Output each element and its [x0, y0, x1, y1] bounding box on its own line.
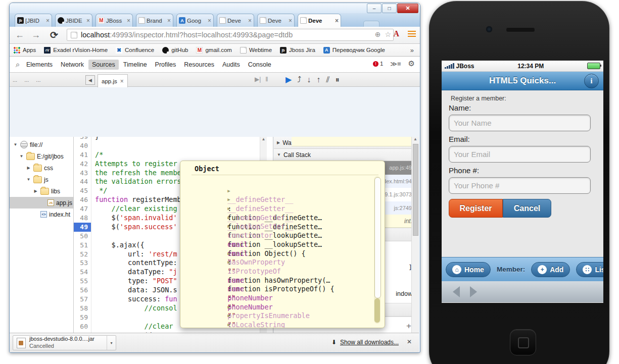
- line-number[interactable]: 54: [74, 268, 91, 277]
- devtools-tab[interactable]: Timeline: [120, 60, 151, 70]
- line-number[interactable]: 44: [74, 177, 91, 186]
- back-arrow-icon[interactable]: [453, 286, 460, 297]
- devtools-tab[interactable]: Sources: [88, 60, 119, 70]
- line-number[interactable]: 47: [74, 204, 91, 214]
- disclosure-triangle-icon[interactable]: ▶: [33, 189, 38, 193]
- console-drawer-icon[interactable]: ≫≡: [390, 60, 401, 68]
- close-tab-icon[interactable]: ×: [167, 17, 171, 24]
- browser-tab[interactable]: Goog ×: [176, 14, 214, 27]
- breadcrumb-item[interactable]: ...: [24, 77, 29, 83]
- line-number[interactable]: 40: [74, 141, 91, 150]
- download-item[interactable]: jboss-devstudio-8.0.0....jar Cancelled ▾: [13, 335, 116, 350]
- line-number[interactable]: 41: [74, 150, 91, 160]
- file-tree-row[interactable]: ▶ libs: [10, 185, 73, 197]
- home-button-hardware[interactable]: [510, 329, 536, 355]
- debugger-button[interactable]: ↓: [307, 76, 311, 84]
- close-tab-icon[interactable]: ×: [248, 17, 252, 24]
- reload-icon[interactable]: ⟳: [48, 29, 60, 41]
- close-tab-icon[interactable]: ×: [289, 17, 292, 24]
- bookmark-item[interactable]: Confluence: [116, 47, 154, 54]
- editor-action-icon[interactable]: ▶|: [255, 76, 261, 83]
- line-number[interactable]: 50: [74, 232, 91, 241]
- browser-tab[interactable]: Deve ×: [257, 14, 295, 27]
- bookmark-item[interactable]: Apps: [14, 47, 36, 54]
- bookmarks-overflow-icon[interactable]: »: [410, 46, 414, 54]
- font-size-extension-icon[interactable]: A: [393, 29, 399, 38]
- file-tree-row[interactable]: ▼ file://: [10, 139, 73, 150]
- disclosure-triangle-icon[interactable]: ▼: [13, 142, 18, 147]
- download-menu-icon[interactable]: ▾: [107, 336, 116, 350]
- close-window-button[interactable]: ✕: [397, 4, 418, 13]
- register-button[interactable]: Register: [449, 199, 503, 218]
- line-number[interactable]: 58: [74, 304, 91, 313]
- file-tree-row[interactable]: index.ht: [10, 209, 73, 220]
- cancel-button[interactable]: Cancel: [503, 199, 551, 218]
- scrollbar-thumb[interactable]: [413, 144, 418, 236]
- breadcrumb-item[interactable]: ...: [13, 77, 17, 83]
- home-button[interactable]: ⌂ Home: [446, 262, 491, 277]
- devtools-tab[interactable]: Profiles: [152, 60, 180, 70]
- line-number[interactable]: 49: [74, 223, 91, 232]
- line-number[interactable]: 48: [74, 214, 91, 223]
- disclosure-triangle-icon[interactable]: [227, 267, 234, 276]
- file-tree-row[interactable]: ▶ css: [10, 162, 73, 174]
- chrome-menu-icon[interactable]: [408, 29, 416, 38]
- address-bar[interactable]: localhost:49993/inspector.html?host=loca…: [67, 29, 394, 41]
- disclosure-triangle-icon[interactable]: ▼: [277, 152, 281, 157]
- line-number[interactable]: 45: [74, 186, 91, 195]
- disclosure-triangle-icon[interactable]: ▶: [277, 140, 280, 145]
- minimize-button[interactable]: –: [367, 4, 382, 13]
- page-info-icon[interactable]: [71, 32, 77, 38]
- forward-arrow-icon[interactable]: [470, 286, 477, 297]
- popover-scrollbar[interactable]: [374, 176, 380, 324]
- editor-file-tab[interactable]: app.js ×: [98, 74, 128, 87]
- close-tab-icon[interactable]: ×: [86, 17, 90, 24]
- close-tab-icon[interactable]: ×: [46, 17, 50, 24]
- browser-tab[interactable]: [JBID ×: [15, 14, 52, 27]
- gear-icon[interactable]: ⚙: [408, 59, 415, 68]
- line-number[interactable]: 59: [74, 313, 91, 322]
- line-number[interactable]: 57: [74, 295, 91, 304]
- property-row[interactable]: ▶ __defineGetter__ : function __defineGe…: [180, 177, 385, 186]
- bookmark-item[interactable]: gitHub: [162, 47, 188, 54]
- disclosure-triangle-icon[interactable]: [227, 240, 234, 249]
- line-number[interactable]: 56: [74, 286, 91, 295]
- bookmark-item[interactable]: gmail.com: [196, 47, 231, 54]
- bookmark-item[interactable]: Webtime: [240, 47, 272, 54]
- field-input[interactable]: Your Email: [449, 146, 591, 163]
- bookmark-item[interactable]: Jboss Jira: [280, 47, 315, 54]
- line-number[interactable]: 60: [74, 322, 91, 331]
- close-tab-icon[interactable]: ×: [127, 17, 130, 24]
- breadcrumb-item[interactable]: ...: [36, 77, 40, 83]
- sidebar-vertical-scrollbar[interactable]: ▲ ▼: [411, 137, 419, 353]
- call-stack-header[interactable]: ▼ Call Stack: [274, 149, 419, 161]
- code-line[interactable]: [91, 141, 273, 150]
- maximize-button[interactable]: □: [382, 4, 397, 13]
- disclosure-triangle-icon[interactable]: ▼: [19, 154, 24, 159]
- line-number[interactable]: 39: [74, 137, 91, 141]
- browser-tab[interactable]: JBIDE ×: [55, 14, 92, 27]
- devtools-tab[interactable]: Network: [57, 60, 87, 70]
- toggle-navigator-icon[interactable]: ◀: [85, 75, 95, 85]
- search-icon[interactable]: ⌕: [16, 60, 20, 69]
- bookmark-star-icon[interactable]: ☆: [385, 30, 391, 38]
- field-input[interactable]: Your Phone #: [449, 177, 591, 194]
- add-member-button[interactable]: + Add: [531, 262, 570, 277]
- debugger-button[interactable]: ⫽: [326, 76, 329, 84]
- line-number[interactable]: 52: [74, 250, 91, 259]
- bookmark-item[interactable]: Переводчик Google: [323, 47, 385, 54]
- code-line[interactable]: /*: [91, 150, 273, 160]
- line-number[interactable]: 43: [74, 169, 91, 178]
- debugger-button[interactable]: ↑: [316, 76, 320, 84]
- debugger-button[interactable]: ▶: [285, 76, 292, 84]
- scrollbar-track-lower[interactable]: [374, 298, 380, 323]
- bookmark-item[interactable]: Exadel rVision-Home: [44, 47, 108, 54]
- devtools-tab[interactable]: Elements: [23, 60, 56, 70]
- devtools-tab[interactable]: Audits: [219, 60, 244, 70]
- disclosure-triangle-icon[interactable]: ▼: [26, 177, 31, 182]
- show-all-downloads-link[interactable]: ⬇ Show all downloads...: [331, 339, 399, 346]
- line-number[interactable]: 51: [74, 241, 91, 250]
- devtools-tab[interactable]: Console: [245, 60, 275, 70]
- editor-action-icon[interactable]: ⦀: [265, 76, 268, 83]
- scroll-up-icon[interactable]: ▲: [260, 137, 267, 141]
